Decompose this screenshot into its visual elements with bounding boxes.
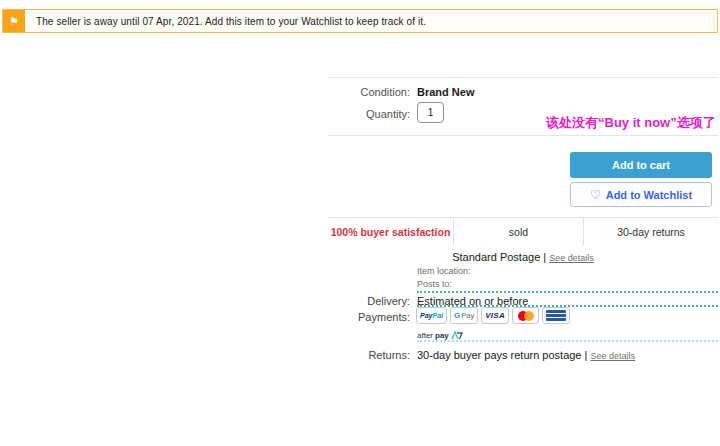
postage-text: Standard Postage — [452, 251, 540, 263]
flag-glyph: ⚑ — [9, 15, 19, 28]
seller-away-message: The seller is away until 07 Apr, 2021. A… — [25, 10, 426, 32]
condition-label: Condition: — [328, 86, 410, 98]
amex-stripes — [546, 310, 566, 321]
divider-under-quantity — [328, 135, 718, 136]
postage-separator: | — [543, 251, 546, 263]
heart-icon: ♡ — [590, 188, 601, 202]
quantity-label: Quantity: — [328, 108, 410, 120]
payment-methods-row: PayPal GPay VISA — [416, 307, 570, 324]
add-to-watchlist-label: Add to Watchlist — [606, 189, 692, 201]
gpay-g: G — [454, 311, 460, 320]
returns-line: 30-day buyer pays return postage | See d… — [417, 349, 635, 361]
visa-text: VISA — [485, 311, 505, 320]
afterpay-text-1: after — [417, 331, 433, 340]
afterpay-logo: afterpay — [417, 331, 463, 340]
seller-highlights-row: 100% buyer satisfaction sold 30-day retu… — [328, 217, 718, 245]
gpay-text: Pay — [461, 311, 474, 320]
mastercard-icon — [512, 307, 539, 324]
seller-away-banner: ⚑ The seller is away until 07 Apr, 2021.… — [2, 9, 718, 33]
buyer-satisfaction-cell: 100% buyer satisfaction — [328, 218, 453, 245]
afterpay-mark-icon — [451, 331, 463, 340]
returns-value: 30-day buyer pays return postage | — [417, 349, 587, 361]
add-to-cart-label: Add to cart — [612, 159, 670, 171]
posts-to-label: Posts to: — [417, 279, 452, 289]
delivery-label: Delivery: — [328, 295, 410, 307]
flag-icon: ⚑ — [3, 10, 25, 32]
visa-icon: VISA — [481, 307, 509, 324]
quantity-input[interactable] — [417, 102, 444, 123]
divider-top — [328, 77, 718, 78]
postage-line: Standard Postage | See details — [328, 251, 718, 263]
mastercard-orange-circle — [524, 311, 534, 321]
add-to-watchlist-button[interactable]: ♡ Add to Watchlist — [570, 182, 712, 207]
returns-label: Returns: — [328, 349, 410, 361]
postage-see-details-link[interactable]: See details — [549, 253, 594, 263]
item-location-label: Item location: — [417, 266, 471, 276]
condition-value: Brand New — [417, 86, 474, 98]
paypal-text-1: Pay — [420, 312, 432, 319]
no-buy-it-now-annotation: 该处没有“Buy it now”选项了 — [546, 113, 720, 133]
paypal-text-2: Pal — [432, 312, 443, 319]
gpay-icon: GPay — [450, 307, 478, 324]
add-to-cart-button[interactable]: Add to cart — [570, 152, 712, 178]
payments-label: Payments: — [328, 311, 410, 323]
sold-cell: sold — [453, 218, 583, 245]
delivery-value: Estimated on or before — [417, 295, 528, 307]
dotted-rule-above-delivery — [417, 291, 718, 293]
dotted-rule-below-payments — [417, 340, 718, 342]
afterpay-text-2: pay — [435, 331, 449, 340]
returns-cell: 30-day returns — [583, 218, 718, 245]
paypal-icon: PayPal — [416, 307, 447, 324]
amex-icon — [542, 307, 570, 324]
returns-see-details-link[interactable]: See details — [590, 351, 635, 361]
